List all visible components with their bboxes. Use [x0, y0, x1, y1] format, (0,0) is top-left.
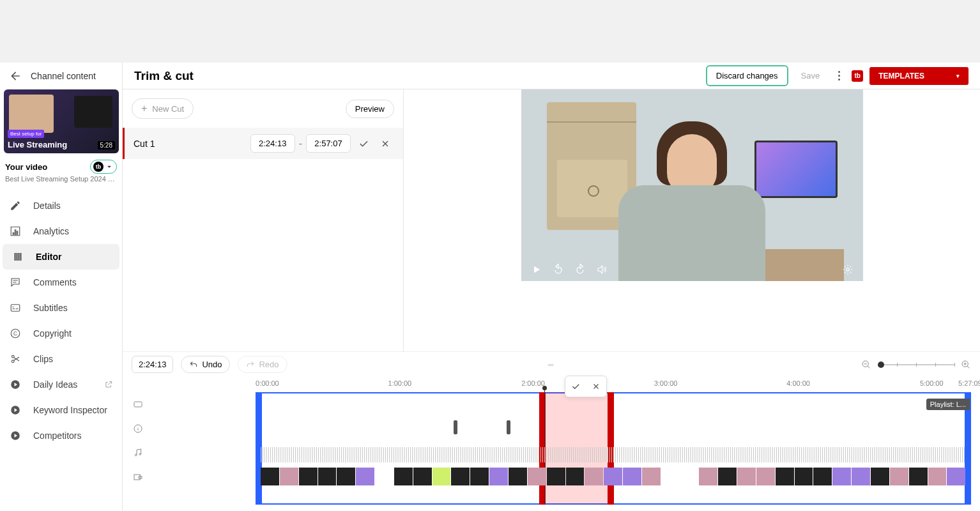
pencil-icon — [9, 199, 22, 212]
svg-point-4 — [11, 360, 14, 363]
new-cut-button: +New Cut — [132, 98, 194, 119]
play-circle-icon — [9, 429, 22, 442]
topbar: Trim & cut Discard changes Save tb TEMPL… — [123, 63, 980, 89]
copyright-icon: C — [9, 327, 22, 340]
chevron-down-icon: ▾ — [956, 73, 960, 79]
redo-button: Redo — [238, 356, 287, 373]
nav-subtitles[interactable]: Subtitles — [0, 295, 122, 321]
sidebar: Channel content Best setup for Live Stre… — [0, 63, 123, 511]
timeline-marker[interactable] — [454, 420, 457, 434]
confirm-cut-icon[interactable] — [355, 135, 372, 153]
tubebuddy-dropdown[interactable]: tb — [90, 160, 117, 174]
thumb-duration: 5:28 — [98, 141, 115, 149]
confirm-icon[interactable] — [568, 379, 583, 394]
cut-label: Cut 1 — [134, 139, 155, 149]
zoom-in-icon[interactable] — [961, 360, 971, 370]
nav-editor[interactable]: Editor — [3, 244, 119, 270]
zoom-slider[interactable] — [878, 364, 954, 365]
audio-waveform — [261, 447, 966, 462]
more-options-button[interactable] — [832, 71, 845, 80]
video-track-icon — [123, 392, 153, 416]
nav-clips[interactable]: Clips — [0, 346, 122, 372]
cut-end-input[interactable] — [306, 134, 351, 153]
svg-point-8 — [846, 268, 849, 271]
play-circle-icon — [9, 378, 22, 391]
endscreen-track-icon — [123, 465, 153, 489]
page-title: Trim & cut — [134, 69, 194, 83]
cancel-cut-icon[interactable] — [376, 135, 394, 153]
cut-start-input[interactable] — [250, 134, 295, 153]
subtitles-icon — [9, 301, 22, 314]
video-player[interactable] — [521, 89, 863, 281]
save-button: Save — [795, 66, 827, 85]
timeline-toolbar: 2:24:13 Undo Redo ═ — [123, 351, 980, 377]
nav-analytics[interactable]: Analytics — [0, 218, 122, 244]
timeline-ruler: 0:00:00 1:00:00 2:00:00 3:00:00 4:00:00 … — [256, 377, 980, 392]
video-frames — [261, 468, 966, 485]
audio-track-icon — [123, 441, 153, 465]
close-icon[interactable] — [588, 379, 604, 394]
svg-text:C: C — [13, 331, 17, 337]
nav-comments[interactable]: Comments — [0, 270, 122, 295]
svg-point-3 — [11, 355, 14, 358]
video-subtitle: Best Live Streaming Setup 2024 (For... — [0, 175, 122, 189]
scissors-icon — [9, 353, 22, 365]
cut-row[interactable]: Cut 1 - — [123, 128, 403, 159]
nav-daily-ideas[interactable]: Daily Ideas — [0, 372, 122, 397]
current-time: 2:24:13 — [132, 356, 173, 373]
rewind-10-icon[interactable] — [552, 263, 565, 276]
play-icon[interactable] — [530, 263, 543, 276]
info-track-icon — [123, 416, 153, 441]
nav-competitors[interactable]: Competitors — [0, 423, 122, 448]
main-area: Trim & cut Discard changes Save tb TEMPL… — [123, 63, 980, 511]
undo-button[interactable]: Undo — [181, 356, 230, 373]
thumb-badge: Best setup for — [8, 130, 44, 138]
cuts-panel: +New Cut Preview Cut 1 - — [123, 89, 404, 351]
templates-button[interactable]: TEMPLATES▾ — [869, 67, 969, 85]
timeline: 0:00:00 1:00:00 2:00:00 3:00:00 4:00:00 … — [123, 377, 980, 511]
zoom-out-icon[interactable] — [861, 360, 871, 370]
svg-rect-13 — [134, 475, 140, 480]
nav-keyword-inspector[interactable]: Keyword Inspector — [0, 397, 122, 423]
svg-rect-11 — [134, 402, 142, 407]
editor-icon — [11, 250, 24, 263]
video-thumbnail[interactable]: Best setup for Live Streaming 5:28 — [4, 89, 119, 153]
timeline-tracks[interactable]: Playlist: L... — [153, 392, 971, 505]
thumb-text: Live Streaming — [8, 140, 67, 149]
preview-button[interactable]: Preview — [346, 100, 394, 118]
nav-copyright[interactable]: CCopyright — [0, 321, 122, 346]
your-video-label: Your video — [5, 162, 47, 172]
playhead[interactable] — [544, 388, 545, 505]
tubebuddy-logo-icon: tb — [852, 70, 863, 82]
discard-changes-button[interactable]: Discard changes — [706, 65, 788, 86]
settings-icon[interactable] — [841, 263, 854, 276]
analytics-icon — [9, 225, 22, 238]
volume-icon[interactable] — [595, 263, 608, 276]
playlist-tag: Playlist: L... — [926, 399, 970, 410]
svg-rect-0 — [11, 305, 20, 312]
back-arrow-icon[interactable] — [9, 70, 22, 82]
cut-floater — [565, 376, 607, 397]
sidebar-nav: Details Analytics Editor Comments Subtit… — [0, 189, 122, 448]
external-link-icon — [104, 380, 113, 389]
timeline-marker[interactable] — [507, 420, 510, 434]
nav-details[interactable]: Details — [0, 193, 122, 218]
app-frame: Channel content Best setup for Live Stre… — [0, 63, 980, 511]
comments-icon — [9, 276, 22, 289]
play-circle-icon — [9, 404, 22, 416]
plus-icon: + — [141, 103, 147, 114]
drag-handle-icon[interactable]: ═ — [548, 360, 555, 369]
sidebar-title: Channel content — [31, 71, 96, 81]
forward-10-icon[interactable] — [574, 263, 586, 276]
